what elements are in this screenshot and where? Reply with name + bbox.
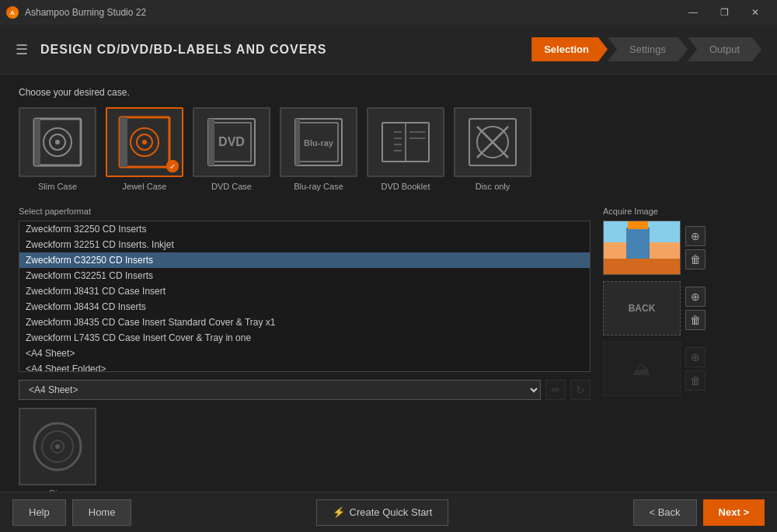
titlebar: A Ashampoo Burning Studio 22 — ❐ ✕ (0, 0, 777, 25)
extra-image-slot: ⛰ (603, 342, 681, 396)
paper-item-9[interactable]: <A4 Sheet> (19, 346, 590, 361)
disc-preview-box (19, 408, 96, 485)
front-add-button[interactable]: ⊕ (685, 226, 706, 246)
jewel-case-icon (117, 115, 172, 169)
paper-item-4[interactable]: Zweckform C32251 CD Inserts (19, 268, 590, 283)
content-columns: Select paperformat Zweckform 32250 CD In… (19, 207, 758, 492)
paper-item-2[interactable]: Zweckform 32251 CD Inserts. Inkjet (19, 237, 590, 252)
refresh-icon-button: ↻ (570, 380, 591, 400)
paper-dropdown[interactable]: <A4 Sheet> (19, 380, 541, 400)
close-button[interactable]: ✕ (740, 0, 771, 25)
back-image-actions: ⊕ 🗑 (685, 287, 706, 330)
case-jewel-box[interactable]: ✓ (106, 107, 183, 177)
extra-add-button: ⊕ (685, 347, 706, 367)
case-slim[interactable]: Slim Case (19, 107, 96, 191)
front-image-actions: ⊕ 🗑 (685, 226, 706, 269)
paper-item-1[interactable]: Zweckform 32250 CD Inserts (19, 221, 590, 237)
paper-item-7[interactable]: Zweckform J8435 CD Case Insert Standard … (19, 315, 590, 330)
home-button[interactable]: Home (72, 499, 132, 526)
extra-delete-button: 🗑 (685, 370, 706, 391)
front-delete-button[interactable]: 🗑 (685, 249, 706, 269)
right-column: Acquire Image ⊕ 🗑 BACK ⊕ (603, 207, 758, 492)
disc-preview-icon (30, 419, 85, 474)
case-bluray-label: Blu-ray Case (294, 182, 343, 191)
case-disc-only-box[interactable] (454, 107, 531, 177)
paper-item-6[interactable]: Zweckform J8434 CD Inserts (19, 299, 590, 315)
page-title: DESIGN CD/DVD/BD-LABELS AND COVERS (40, 43, 327, 57)
paper-format-list[interactable]: Zweckform 32250 CD Inserts Zweckform 322… (19, 221, 591, 372)
disc-preview-container: Disc (19, 408, 96, 492)
paper-item-8[interactable]: Zweckform L7435 CD Case Insert Cover & T… (19, 330, 590, 346)
front-image-row: ⊕ 🗑 (603, 221, 758, 275)
back-add-button[interactable]: ⊕ (685, 287, 706, 307)
svg-rect-13 (208, 119, 214, 165)
extra-image-row: ⛰ ⊕ 🗑 (603, 342, 758, 396)
case-bluray-box[interactable]: Blu-ray (280, 107, 357, 177)
restore-button[interactable]: ❐ (709, 0, 740, 25)
create-icon: ⚡ (333, 506, 345, 518)
dvd-booklet-icon (378, 115, 433, 169)
case-jewel-label: Jewel Case (123, 182, 167, 191)
case-dvd-label: DVD Case (211, 182, 252, 191)
front-image-slot (603, 221, 681, 275)
disc-only-icon (465, 115, 520, 169)
help-button[interactable]: Help (12, 499, 66, 526)
case-disc-only-label: Disc only (476, 182, 510, 191)
choose-case-label: Choose your desired case. (19, 87, 758, 98)
dvd-case-icon: DVD (204, 115, 259, 169)
footer-left: Help Home (12, 499, 131, 526)
paper-item-3[interactable]: Zweckform C32250 CD Inserts (19, 252, 590, 268)
paper-item-5[interactable]: Zweckform J8431 CD Case Insert (19, 283, 590, 299)
bluray-case-icon: Blu-ray (291, 115, 346, 169)
menu-icon[interactable]: ☰ (16, 41, 28, 58)
footer-right: < Back Next > (633, 499, 765, 526)
header: ☰ DESIGN CD/DVD/BD-LABELS AND COVERS Sel… (0, 25, 777, 75)
main-content: Choose your desired case. Slim Case (0, 75, 777, 492)
back-delete-button[interactable]: 🗑 (685, 310, 706, 330)
case-slim-box[interactable] (19, 107, 96, 177)
case-dvd[interactable]: DVD DVD Case (193, 107, 270, 191)
back-button[interactable]: < Back (633, 499, 697, 526)
dropdown-row: <A4 Sheet> ✏ ↻ (19, 380, 591, 400)
breadcrumb-output[interactable]: Output (688, 37, 761, 61)
case-selector: Slim Case ✓ Jewel Case (19, 107, 758, 191)
svg-rect-9 (120, 117, 127, 167)
create-quick-start-button[interactable]: ⚡ Create Quick Start (316, 499, 449, 526)
case-booklet-label: DVD Booklet (382, 182, 430, 191)
breadcrumb-settings[interactable]: Settings (608, 37, 688, 61)
back-image-row: BACK ⊕ 🗑 (603, 281, 758, 336)
breadcrumb-selection[interactable]: Selection (531, 37, 608, 61)
extra-image-actions: ⊕ 🗑 (685, 347, 706, 391)
svg-point-8 (142, 140, 147, 144)
left-column: Select paperformat Zweckform 32250 CD In… (19, 207, 591, 492)
slim-case-icon (30, 115, 85, 169)
back-image-slot: BACK (603, 281, 681, 336)
case-slim-label: Slim Case (38, 182, 77, 191)
next-button[interactable]: Next > (703, 499, 765, 526)
case-jewel[interactable]: ✓ Jewel Case (106, 107, 183, 191)
svg-text:DVD: DVD (218, 135, 245, 148)
app-icon: A (6, 6, 19, 19)
paper-format-label: Select paperformat (19, 207, 591, 216)
extra-image-placeholder: ⛰ (632, 358, 651, 380)
case-bluray[interactable]: Blu-ray Blu-ray Case (280, 107, 357, 191)
front-image-preview (604, 221, 680, 275)
case-booklet[interactable]: DVD Booklet (367, 107, 444, 191)
breadcrumb: Selection Settings Output (531, 37, 761, 61)
minimize-button[interactable]: — (678, 0, 709, 25)
paper-item-10[interactable]: <A4 Sheet,Folded> (19, 361, 590, 372)
app-title: Ashampoo Burning Studio 22 (25, 7, 146, 18)
case-disc-only[interactable]: Disc only (454, 107, 531, 191)
case-booklet-box[interactable] (367, 107, 444, 177)
svg-rect-4 (34, 119, 40, 165)
edit-icon-button: ✏ (545, 380, 566, 400)
disc-preview-row: Disc (19, 408, 591, 492)
svg-point-3 (55, 140, 60, 144)
beach-building (626, 228, 650, 259)
svg-rect-17 (295, 119, 300, 165)
window-controls: — ❐ ✕ (678, 0, 771, 25)
footer-center: ⚡ Create Quick Start (316, 499, 449, 526)
svg-text:Blu-ray: Blu-ray (304, 138, 334, 148)
create-label: Create Quick Start (350, 506, 433, 518)
case-dvd-box[interactable]: DVD (193, 107, 270, 177)
